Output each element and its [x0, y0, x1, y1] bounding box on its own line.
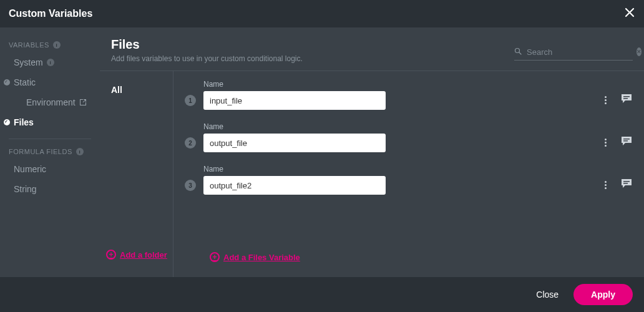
sidebar-item-string[interactable]: String	[0, 179, 100, 199]
sidebar-item-files[interactable]: Files	[0, 112, 100, 132]
folders-column: All + Add a folder	[100, 71, 173, 277]
group-label-text: VARIABLES	[9, 41, 49, 49]
sidebar-item-system[interactable]: System i	[0, 52, 100, 72]
close-button[interactable]: Close	[536, 290, 559, 300]
kebab-menu-icon[interactable]	[602, 178, 609, 192]
main-header: Files Add files variables to use in your…	[100, 27, 644, 71]
sidebar-item-label: String	[14, 184, 37, 194]
row-number-badge: 2	[185, 137, 196, 149]
search-input[interactable]	[527, 47, 632, 57]
sidebar-group-formula: FORMULA FIELDS i	[0, 145, 100, 159]
svg-rect-5	[623, 181, 630, 182]
comment-icon[interactable]	[620, 135, 633, 150]
sidebar-divider	[9, 139, 91, 139]
variable-row: 1 Name	[185, 80, 633, 110]
dialog-footer: Close Apply	[0, 277, 644, 312]
comment-icon[interactable]	[620, 177, 633, 192]
info-icon[interactable]: i	[47, 59, 54, 66]
field-label: Name	[203, 122, 386, 131]
variable-name-input[interactable]	[203, 134, 386, 152]
sidebar-group-variables: VARIABLES i	[0, 39, 100, 52]
dialog-title: Custom Variables	[9, 8, 92, 19]
svg-rect-2	[623, 98, 628, 99]
sidebar-item-label: System	[14, 57, 43, 67]
external-link-icon	[79, 99, 87, 106]
content-area: All + Add a folder 1 Name	[100, 71, 644, 277]
field-label: Name	[203, 165, 386, 173]
kebab-menu-icon[interactable]	[602, 94, 609, 107]
variable-row: 3 Name	[185, 165, 633, 195]
field-label: Name	[203, 80, 386, 89]
search-field[interactable]: ✕	[514, 46, 633, 61]
sidebar-item-numeric[interactable]: Numeric	[0, 159, 100, 179]
sidebar: VARIABLES i System i Static Environment …	[0, 27, 100, 277]
sidebar-item-label: Environment	[26, 97, 76, 107]
row-number-badge: 3	[185, 180, 196, 191]
svg-rect-1	[623, 96, 630, 97]
dialog-header: Custom Variables	[0, 0, 644, 27]
svg-rect-3	[623, 139, 630, 140]
add-variable-label: Add a Files Variable	[223, 253, 300, 262]
main-heading-block: Files Add files variables to use in your…	[111, 37, 303, 63]
name-field: Name	[203, 80, 386, 110]
row-number-badge: 1	[185, 95, 196, 106]
sidebar-item-label: Numeric	[14, 164, 46, 174]
clear-search-icon[interactable]: ✕	[637, 47, 642, 56]
row-actions	[602, 177, 633, 192]
custom-variables-dialog: Custom Variables VARIABLES i System i St…	[0, 0, 644, 312]
add-variable-button[interactable]: + Add a Files Variable	[185, 252, 633, 268]
variable-name-input[interactable]	[203, 176, 386, 195]
name-field: Name	[203, 165, 386, 195]
main-panel: Files Add files variables to use in your…	[100, 27, 644, 277]
close-icon[interactable]	[624, 7, 635, 21]
row-actions	[602, 135, 633, 150]
sidebar-item-label: Static	[14, 77, 36, 87]
page-subtitle: Add files variables to use in your custo…	[111, 54, 303, 63]
sidebar-item-environment[interactable]: Environment	[0, 92, 100, 112]
row-actions	[602, 92, 633, 107]
dialog-body: VARIABLES i System i Static Environment …	[0, 27, 644, 277]
variables-column: 1 Name 2	[173, 71, 644, 277]
add-folder-button[interactable]: + Add a folder	[100, 250, 173, 266]
svg-point-0	[515, 49, 520, 53]
info-icon[interactable]: i	[53, 41, 61, 49]
svg-rect-4	[623, 140, 628, 142]
comment-icon[interactable]	[620, 92, 633, 107]
variable-name-input[interactable]	[203, 91, 386, 110]
apply-button[interactable]: Apply	[573, 284, 633, 305]
plus-circle-icon: +	[106, 250, 116, 260]
info-icon[interactable]: i	[76, 148, 84, 155]
kebab-menu-icon[interactable]	[602, 136, 609, 149]
sidebar-item-label: Files	[14, 117, 34, 127]
variable-row: 2 Name	[185, 122, 633, 152]
name-field: Name	[203, 122, 386, 152]
plus-circle-icon: +	[210, 252, 220, 262]
page-title: Files	[111, 37, 303, 52]
search-icon	[514, 46, 522, 57]
add-folder-label: Add a folder	[120, 250, 167, 260]
svg-rect-6	[623, 183, 628, 184]
folder-tab-all[interactable]: All	[100, 82, 173, 97]
sidebar-item-static[interactable]: Static	[0, 72, 100, 92]
group-label-text: FORMULA FIELDS	[9, 148, 72, 155]
